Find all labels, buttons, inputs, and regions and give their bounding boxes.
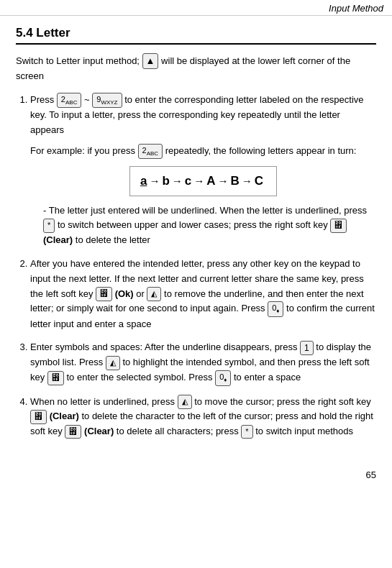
item4-text4: to delete all characters; press (117, 426, 241, 436)
detail1-dash: - (43, 205, 49, 216)
detail1-text2: to switch between upper and lower cases;… (58, 219, 330, 230)
item2-text2: or (136, 288, 147, 299)
item1-text1: Press (30, 94, 57, 105)
item4-text2: to move the cursor; press the right soft… (194, 396, 371, 407)
arrow-4: → (218, 173, 229, 190)
letter-A: A (206, 171, 215, 191)
key-2abc-example: 2ABC (138, 144, 163, 159)
key-clear-4b: ₏ (65, 425, 81, 439)
key-menu-4: ◭ (178, 395, 192, 408)
list-item-2: After you have entered the intended lett… (30, 257, 376, 332)
letter-sequence-box: a → b → c → A → B → C (30, 166, 376, 196)
arrow-5: → (242, 173, 252, 190)
arrow-3: → (193, 173, 204, 190)
item3-text1: Enter symbols and spaces: After the unde… (30, 342, 300, 352)
key-star-1: * (43, 219, 55, 232)
letter-a: a (140, 171, 147, 191)
item1-tilde: ~ (84, 94, 92, 105)
list-item-1: Press 2ABC ~ 9WXYZ to enter the correspo… (30, 93, 376, 248)
detail1-clear-bold: (Clear) (43, 234, 73, 245)
key-0b-space: 0♦ (215, 370, 231, 385)
item1-example-text: repeatedly, the following letters appear… (165, 145, 357, 156)
key-left-3: ₏ (47, 371, 64, 385)
intro-paragraph: Switch to Letter input method; ▲ will be… (16, 53, 376, 84)
key-clear-4a: ₏ (30, 410, 47, 423)
page-header: Input Method (0, 0, 392, 16)
list-item-4: When no letter is underlined, press ◭ to… (30, 395, 376, 439)
key-0-space: 0♦ (268, 301, 283, 316)
clear-bold-4b: (Clear) (84, 426, 114, 436)
key-menu-2: ◭ (147, 287, 161, 301)
key-clear-1: ₏ (330, 219, 347, 232)
letter-b: b (162, 171, 169, 191)
arrow-1: → (149, 173, 160, 190)
clear-bold-4a: (Clear) (50, 411, 79, 421)
key-2abc: 2ABC (57, 93, 82, 108)
header-title: Input Method (329, 3, 383, 14)
item4-text1: When no letter is underlined, press (30, 396, 178, 407)
letter-sequence: a → b → c → A → B → C (129, 166, 277, 196)
key-star-4: * (241, 425, 252, 439)
item3-text4: to enter the selected symbol. Press (66, 372, 215, 383)
page-number: 65 (0, 462, 392, 487)
section-title: 5.4 Letter (16, 26, 376, 45)
item4-text5: to switch input methods (255, 426, 353, 436)
item3-text5: to enter a space (234, 372, 301, 383)
item1-example-label: For example: if you press (30, 145, 138, 156)
item1-example-para: For example: if you press 2ABC repeatedl… (30, 144, 376, 159)
main-content: 5.4 Letter Switch to Letter input method… (0, 16, 392, 462)
letter-B: B (231, 171, 240, 191)
detail1-text1: The letter just entered will be underlin… (49, 205, 367, 216)
letter-mode-icon: ▲ (142, 53, 159, 69)
arrow-2: → (172, 173, 183, 190)
ok-bold: (Ok) (115, 288, 134, 299)
key-ok: ₏ (96, 287, 112, 301)
key-1-sym: 1 (300, 341, 314, 356)
item1-detail: - The letter just entered will be underl… (43, 203, 376, 248)
letter-C: C (255, 171, 263, 191)
letter-c: c (185, 171, 191, 191)
instruction-list: Press 2ABC ~ 9WXYZ to enter the correspo… (16, 93, 376, 439)
key-menu-3: ◭ (106, 356, 120, 370)
detail1-text3: to delete the letter (76, 234, 150, 245)
list-item-3: Enter symbols and spaces: After the unde… (30, 340, 376, 385)
intro-text1: Switch to Letter input method; (16, 55, 140, 66)
key-9wxyz: 9WXYZ (92, 93, 122, 108)
